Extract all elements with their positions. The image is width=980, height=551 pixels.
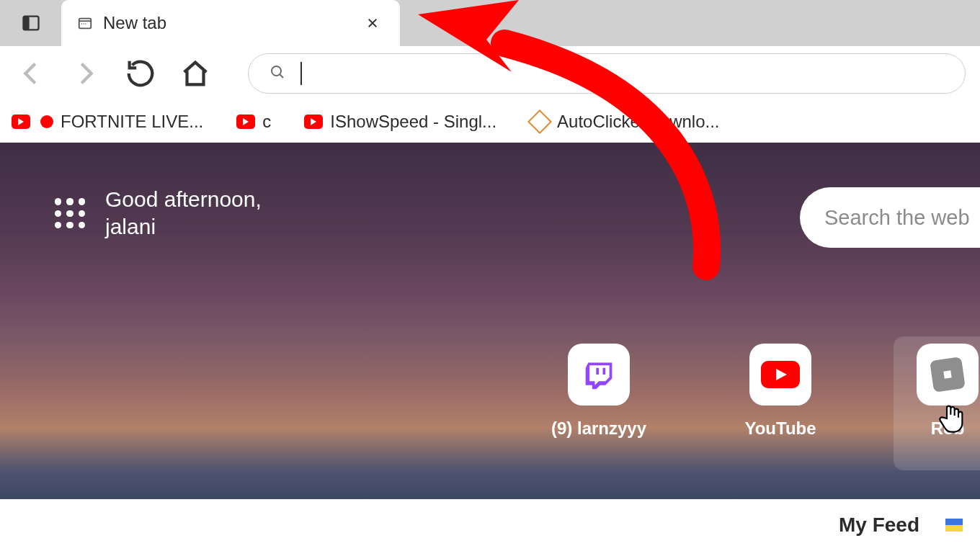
quick-link-label: (9) larnzyyy	[551, 418, 646, 439]
svg-rect-8	[603, 368, 606, 375]
quick-link-roblox[interactable]: Rob	[894, 336, 980, 470]
twitch-icon	[568, 344, 630, 406]
bookmark-label: AutoClicker downlo...	[557, 112, 719, 132]
greeting-line1: Good afternoon,	[105, 186, 262, 213]
toolbar	[0, 46, 980, 101]
svg-rect-7	[596, 368, 599, 375]
address-bar[interactable]	[248, 53, 966, 94]
search-icon	[269, 63, 286, 84]
flag-icon[interactable]	[945, 519, 963, 532]
bookmark-c[interactable]: c	[229, 107, 278, 136]
tab-strip: New tab	[0, 0, 980, 46]
youtube-icon	[12, 115, 30, 129]
home-button[interactable]	[179, 57, 212, 90]
quick-link-label: Rob	[931, 418, 965, 439]
svg-point-5	[85, 23, 86, 24]
autoclicker-icon	[527, 109, 552, 134]
new-tab-icon	[77, 15, 93, 31]
feed-bar: My Feed	[0, 499, 980, 551]
text-caret	[300, 62, 302, 85]
bookmark-fortnite-live[interactable]: FORTNITE LIVE...	[4, 107, 210, 136]
roblox-icon	[917, 344, 979, 406]
bookmark-label: FORTNITE LIVE...	[61, 112, 203, 132]
quick-link-twitch[interactable]: (9) larnzyyy	[545, 344, 653, 439]
greeting-text: Good afternoon, jalani	[105, 186, 262, 241]
svg-point-3	[81, 23, 82, 24]
youtube-icon	[749, 344, 811, 406]
tab-close-button[interactable]	[358, 9, 387, 37]
new-tab-content: Good afternoon, jalani Search the web (9…	[0, 143, 980, 499]
svg-point-6	[272, 66, 281, 76]
bookmark-label: c	[262, 112, 271, 132]
bookmark-label: IShowSpeed - Singl...	[330, 112, 496, 132]
search-web-box[interactable]: Search the web	[800, 187, 980, 248]
bookmark-autoclicker[interactable]: AutoClicker downlo...	[522, 107, 726, 136]
refresh-button[interactable]	[124, 57, 157, 90]
bookmarks-bar: FORTNITE LIVE... c IShowSpeed - Singl...…	[0, 101, 980, 143]
youtube-icon	[304, 115, 323, 129]
greeting-line2: jalani	[105, 213, 262, 241]
tab-title: New tab	[103, 13, 348, 33]
forward-button[interactable]	[69, 57, 102, 90]
address-input[interactable]	[316, 63, 945, 84]
browser-tab[interactable]: New tab	[61, 0, 400, 46]
quick-link-label: YouTube	[744, 418, 816, 439]
youtube-icon	[236, 115, 255, 129]
page-settings-button[interactable]	[55, 198, 85, 228]
search-web-placeholder: Search the web	[824, 206, 970, 230]
quick-link-youtube[interactable]: YouTube	[726, 344, 834, 439]
tab-actions-button[interactable]	[0, 0, 61, 46]
my-feed-button[interactable]: My Feed	[839, 514, 919, 537]
svg-point-4	[83, 23, 84, 24]
bookmark-ishowspeed[interactable]: IShowSpeed - Singl...	[297, 107, 504, 136]
quick-links: (9) larnzyyy YouTube Rob	[545, 344, 980, 452]
svg-rect-1	[23, 17, 29, 30]
live-dot-icon	[40, 115, 53, 128]
back-button[interactable]	[14, 57, 48, 90]
svg-rect-2	[79, 19, 92, 29]
